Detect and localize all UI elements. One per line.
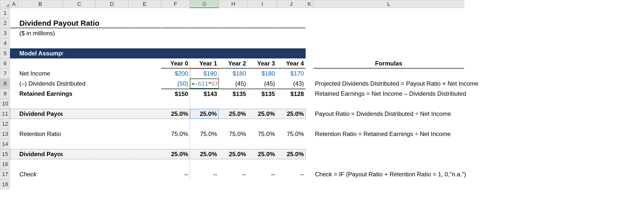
cell-E18[interactable] (128, 179, 161, 189)
row-header-4[interactable]: 4 (0, 38, 10, 48)
cell-A3[interactable] (10, 28, 18, 38)
cell-H4[interactable] (219, 38, 248, 48)
cell-H18[interactable] (219, 179, 248, 189)
cell-K7[interactable] (306, 69, 313, 79)
row-header-1[interactable]: 1 (0, 8, 10, 18)
cell-H1[interactable] (219, 8, 248, 18)
cell-C8[interactable] (63, 79, 96, 89)
cell-K16[interactable] (306, 159, 313, 169)
cell-K14[interactable] (306, 139, 313, 149)
cell-I10[interactable] (248, 99, 277, 109)
cell-A10[interactable] (10, 99, 18, 109)
row-header-12[interactable]: 12 (0, 119, 10, 129)
cell-E5[interactable] (128, 48, 161, 58)
row-header-10[interactable]: 10 (0, 99, 10, 109)
cell-G14[interactable] (190, 139, 219, 149)
check-y1[interactable]: -- (190, 169, 219, 179)
cell-E3[interactable] (128, 28, 161, 38)
cell-E6[interactable] (128, 58, 161, 69)
cell-G18[interactable] (190, 179, 219, 189)
cell-E9[interactable] (128, 89, 161, 99)
cell-E4[interactable] (128, 38, 161, 48)
cell-B6[interactable] (18, 58, 63, 69)
retained-y4[interactable]: $128 (277, 89, 306, 99)
cell-C2[interactable] (63, 18, 96, 28)
cell-D9[interactable] (96, 89, 128, 99)
cell-D14[interactable] (96, 139, 128, 149)
cell-E14[interactable] (128, 139, 161, 149)
cell-E1[interactable] (128, 8, 161, 18)
cell-H12[interactable] (219, 119, 248, 129)
cell-C17[interactable] (63, 169, 96, 179)
cell-J10[interactable] (277, 99, 306, 109)
cell-G2[interactable] (190, 18, 219, 28)
cell-H3[interactable] (219, 28, 248, 38)
col-header-C[interactable]: C (63, 0, 96, 8)
cell-C13[interactable] (63, 129, 96, 139)
cell-K18[interactable] (306, 179, 313, 189)
cell-L14[interactable] (313, 139, 464, 149)
net-income-y1[interactable]: $190 (190, 69, 219, 79)
cell-J2[interactable] (277, 18, 306, 28)
cell-C15[interactable] (63, 149, 96, 159)
cell-H14[interactable] (219, 139, 248, 149)
cell-I3[interactable] (248, 28, 277, 38)
formulas-header[interactable]: Formulas (313, 58, 464, 69)
col-header-K[interactable]: K (306, 0, 313, 8)
cell-L18[interactable] (313, 179, 464, 189)
cell-D13[interactable] (96, 129, 128, 139)
cell-D6[interactable] (96, 58, 128, 69)
cell-F14[interactable] (161, 139, 190, 149)
cell-E15[interactable] (128, 149, 161, 159)
cell-C1[interactable] (63, 8, 96, 18)
cell-I14[interactable] (248, 139, 277, 149)
cell-D7[interactable] (96, 69, 128, 79)
section-header[interactable]: Model Assumptions (18, 48, 63, 58)
cell-L12[interactable] (313, 119, 464, 129)
check-label[interactable]: Check (18, 169, 63, 179)
dividends-y2[interactable]: (45) (219, 79, 248, 89)
net-income-label[interactable]: Net Income (18, 69, 63, 79)
row-header-8[interactable]: 8 (0, 79, 10, 89)
cell-D8[interactable] (96, 79, 128, 89)
cell-K4[interactable] (306, 38, 313, 48)
cell-F16[interactable] (161, 159, 190, 169)
row-header-17[interactable]: 17 (0, 169, 10, 179)
cell-I16[interactable] (248, 159, 277, 169)
retained-y3[interactable]: $135 (248, 89, 277, 99)
cell-K15[interactable] (306, 149, 313, 159)
cell-L1[interactable] (313, 8, 464, 18)
payout-y3[interactable]: 25.0% (248, 109, 277, 119)
retention-y4[interactable]: 75.0% (277, 129, 306, 139)
retained-y1[interactable]: $143 (190, 89, 219, 99)
cell-L7[interactable] (313, 69, 464, 79)
cell-I1[interactable] (248, 8, 277, 18)
cell-F12[interactable] (161, 119, 190, 129)
cell-A18[interactable] (10, 179, 18, 189)
row-header-15[interactable]: 15 (0, 149, 10, 159)
payout-y4[interactable]: 25.0% (277, 109, 306, 119)
cell-D12[interactable] (96, 119, 128, 129)
net-income-y3[interactable]: $180 (248, 69, 277, 79)
dividends-y0[interactable]: (50) (161, 79, 190, 89)
cell-J3[interactable] (277, 28, 306, 38)
row-header-11[interactable]: 11 (0, 109, 10, 119)
cell-D3[interactable] (96, 28, 128, 38)
select-all-corner[interactable] (0, 0, 10, 8)
cell-L15[interactable] (313, 149, 464, 159)
cell-I4[interactable] (248, 38, 277, 48)
cell-A17[interactable] (10, 169, 18, 179)
dividends-y3[interactable]: (45) (248, 79, 277, 89)
row-header-9[interactable]: 9 (0, 89, 10, 99)
cell-D16[interactable] (96, 159, 128, 169)
cell-A14[interactable] (10, 139, 18, 149)
formula-dividends[interactable]: Projected Dividends Distributed = Payout… (313, 79, 464, 89)
payout-y0[interactable]: 25.0% (161, 109, 190, 119)
cell-E17[interactable] (128, 169, 161, 179)
cell-G5[interactable] (190, 48, 219, 58)
cell-K3[interactable] (306, 28, 313, 38)
cell-F5[interactable] (161, 48, 190, 58)
cell-C6[interactable] (63, 58, 96, 69)
retention-y3[interactable]: 75.0% (248, 129, 277, 139)
cell-F18[interactable] (161, 179, 190, 189)
